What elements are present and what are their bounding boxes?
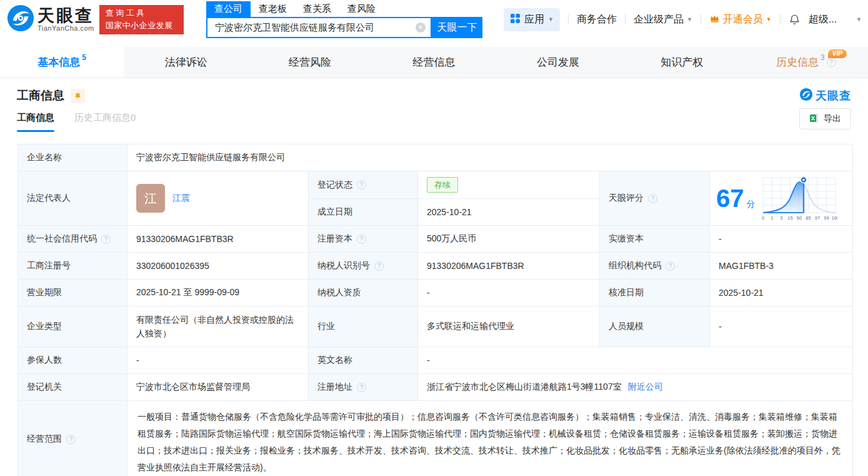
field-reg-status-value: 存续 <box>418 171 600 199</box>
field-legal-rep-label: 法定代表人 <box>18 171 127 226</box>
help-icon[interactable]: ? <box>66 435 76 444</box>
nav-open-vip[interactable]: 开通会员 ▼ <box>709 13 772 26</box>
vip-badge: VIP <box>828 49 847 58</box>
brand-domain: TianYanCha.com <box>37 24 94 32</box>
field-paid-capital-label: 实缴资本 <box>600 226 710 253</box>
svg-text:50: 50 <box>797 215 802 221</box>
svg-text:100: 100 <box>832 215 837 221</box>
field-legal-rep-value: 江 江震 <box>127 171 309 226</box>
help-icon[interactable]: ? <box>101 235 111 244</box>
nav-apps-label: 应用 <box>524 13 544 26</box>
tab-business-info[interactable]: 经营信息 <box>372 47 496 78</box>
divider <box>780 14 781 24</box>
app-grid-icon <box>510 13 521 26</box>
field-company-name-label: 企业名称 <box>18 144 127 171</box>
notification-bell-icon[interactable] <box>789 14 801 26</box>
field-credit-code-value: 91330206MAG1FBTB3R <box>127 226 309 253</box>
score-distribution-chart: 0 1 3 15 50 85 97 99 100 <box>761 174 837 223</box>
svg-text:3: 3 <box>780 215 782 221</box>
chevron-down-icon: ▼ <box>548 16 554 23</box>
subtab-current-info[interactable]: 工商信息 <box>17 108 54 132</box>
nav-super-vip-label: 超级... <box>809 13 837 26</box>
search-input-box: ✕ <box>206 17 432 38</box>
svg-text:85: 85 <box>806 215 811 221</box>
score-number: 67 <box>716 185 744 212</box>
help-icon[interactable]: ? <box>357 180 366 190</box>
chevron-down-icon[interactable]: ▼ <box>856 16 862 23</box>
export-label: 导出 <box>824 113 841 124</box>
search-tab-company[interactable]: 查公司 <box>206 1 251 17</box>
field-score-value: 67 分 <box>710 171 853 226</box>
field-business-scope-value: 一般项目：普通货物仓储服务（不含危险化学品等需许可审批的项目）；信息咨询服务（不… <box>127 401 853 476</box>
chevron-down-icon: ▼ <box>687 16 692 23</box>
tab-count: 5 <box>82 53 86 62</box>
field-staff-size-value: - <box>710 306 853 347</box>
field-credit-code-label: 统一社会信用代码 ? <box>18 226 127 253</box>
tab-company-development[interactable]: 公司发展 <box>496 47 620 78</box>
search-button[interactable]: 天眼一下 <box>432 17 482 38</box>
export-button[interactable]: 导出 <box>799 108 851 129</box>
help-icon[interactable]: ? <box>357 383 366 392</box>
slogan-line1: 都在用的商业查询工具 <box>106 0 177 19</box>
tab-basic-info[interactable]: 基本信息 5 <box>0 47 124 78</box>
clear-icon[interactable]: ✕ <box>416 23 426 33</box>
search-input[interactable] <box>215 23 416 33</box>
field-reg-authority-value: 宁波市北仑区市场监督管理局 <box>127 374 309 401</box>
field-english-name-value: - <box>418 347 853 374</box>
nav-cooperation[interactable]: 商务合作 <box>577 13 617 26</box>
svg-text:15: 15 <box>788 215 793 221</box>
field-taxpayer-quality-value: - <box>418 280 600 306</box>
tab-legal-proceedings[interactable]: 法律诉讼 <box>124 47 247 78</box>
tab-operating-risk[interactable]: 经营风险 <box>248 47 372 78</box>
help-icon[interactable]: ? <box>827 58 836 67</box>
field-industry-value: 多式联运和运输代理业 <box>418 306 600 347</box>
divider <box>568 14 569 24</box>
field-company-type-value: 有限责任公司（非自然人投资或控股的法人独资） <box>127 306 309 347</box>
field-reg-address-label: 注册地址 ? <box>309 374 418 401</box>
company-detail-tabs: 基本信息 5 法律诉讼 经营风险 经营信息 公司发展 知识产权 历史信息 3 ?… <box>0 47 868 78</box>
section-title: 工商信息 <box>17 88 64 104</box>
field-staff-size-label: 人员规模 <box>600 306 710 347</box>
search-tabs: 查公司 查老板 查关系 查风险 <box>206 1 482 17</box>
nav-enterprise[interactable]: 企业级产品 ▼ <box>634 13 692 26</box>
avatar[interactable]: 江 <box>136 184 165 213</box>
field-org-code-value: MAG1FBTB-3 <box>710 253 853 280</box>
field-establish-date-label: 成立日期 <box>309 199 418 226</box>
field-business-term-label: 营业期限 <box>18 280 127 306</box>
field-english-name-label: 英文名称 <box>309 347 418 374</box>
nearby-companies-link[interactable]: 附近公司 <box>628 382 663 393</box>
legal-rep-link[interactable]: 江震 <box>172 193 190 204</box>
business-info-subtabs: 工商信息 历史工商信息0 导出 <box>17 108 851 136</box>
search-tab-relation[interactable]: 查关系 <box>295 1 339 17</box>
field-reg-authority-label: 登记机关 <box>18 374 127 401</box>
field-reg-address-value: 浙江省宁波市北仑区梅山街道港航路1号3幢1107室 附近公司 <box>418 374 853 401</box>
divider <box>625 14 626 24</box>
help-icon[interactable]: ? <box>357 235 366 244</box>
field-score-label: 天眼评分 ? <box>600 171 710 226</box>
nav-open-vip-label: 开通会员 <box>723 13 763 26</box>
subtab-history-info[interactable]: 历史工商信息0 <box>74 108 136 132</box>
tianyancha-company-page: 天眼查 TianYanCha.com 都在用的商业查询工具 国家中小企业发展子基… <box>0 0 868 476</box>
help-icon[interactable]: ? <box>666 261 675 271</box>
tianyancha-eye-icon <box>6 4 35 35</box>
svg-text:97: 97 <box>815 215 820 221</box>
field-reg-number-label: 工商注册号 <box>18 253 127 280</box>
tab-intellectual-property[interactable]: 知识产权 <box>620 47 744 78</box>
site-logo[interactable]: 天眼查 TianYanCha.com <box>6 4 94 35</box>
subscribe-bell-icon[interactable] <box>71 89 85 103</box>
tab-count: 3 <box>821 53 825 62</box>
help-icon[interactable]: ? <box>374 261 384 271</box>
watermark-text: 天眼查 <box>816 88 851 103</box>
slogan-banner: 都在用的商业查询工具 国家中小企业发展子基金旗下机构 <box>99 5 184 34</box>
field-insured-count-value: - <box>127 347 309 374</box>
field-establish-date-value: 2025-10-21 <box>418 199 600 226</box>
nav-super-vip[interactable]: 超级... <box>809 13 837 26</box>
chevron-down-icon: ▼ <box>766 16 772 23</box>
search-tab-boss[interactable]: 查老板 <box>251 1 295 17</box>
nav-apps[interactable]: 应用 ▼ <box>504 8 560 31</box>
search-tab-risk[interactable]: 查风险 <box>339 1 384 17</box>
help-icon[interactable]: ? <box>648 194 657 203</box>
tab-history-info[interactable]: 历史信息 3 ? VIP <box>744 47 868 78</box>
slogan-line2: 国家中小企业发展子基金旗下机构 <box>106 19 177 44</box>
watermark-logo: 天眼查 <box>799 88 851 104</box>
